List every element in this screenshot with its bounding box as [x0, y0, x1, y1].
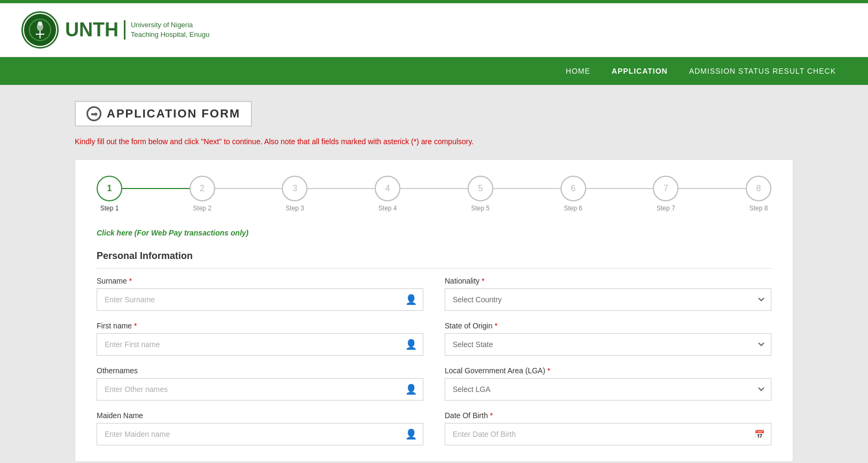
step-6-label: Step 6 — [564, 205, 582, 212]
step-7-label: Step 7 — [657, 205, 675, 212]
logo-text-area: UNTH University of Nigeria Teaching Hosp… — [65, 20, 209, 40]
logo-inner — [24, 14, 56, 46]
state-label: State of Origin * — [445, 321, 771, 330]
nav-bar: HOME APPLICATION ADMISSION STATUS RESULT… — [0, 57, 868, 85]
page-title: APPLICATION FORM — [107, 107, 240, 121]
person-icon-othernames: 👤 — [405, 383, 417, 395]
step-4-circle: 4 — [375, 176, 400, 201]
steps-row: 1 Step 1 2 Step 2 3 Step 3 4 Step 4 5 St… — [97, 176, 771, 212]
othernames-input-wrapper: 👤 — [97, 378, 423, 401]
step-3-circle: 3 — [282, 176, 307, 201]
lga-label: Local Government Area (LGA) * — [445, 366, 771, 375]
step-1-circle: 1 — [97, 176, 122, 201]
maiden-input-wrapper: 👤 — [97, 423, 423, 445]
header: UNTH University of Nigeria Teaching Hosp… — [0, 3, 868, 57]
step-8: 8 Step 8 — [746, 176, 771, 212]
arrow-right-icon: ➡ — [86, 106, 101, 121]
step-4: 4 Step 4 — [375, 176, 400, 212]
person-icon-maiden: 👤 — [405, 428, 417, 440]
step-line-5-6 — [493, 188, 561, 189]
step-line-1-2 — [122, 188, 190, 189]
othernames-label: Othernames — [97, 366, 423, 375]
instructions-text: Kindly fill out the form below and click… — [75, 137, 793, 146]
step-6-circle: 6 — [561, 176, 586, 201]
nationality-group: Nationality * Select Country — [445, 277, 771, 311]
step-1: 1 Step 1 — [97, 176, 122, 212]
step-line-2-3 — [215, 188, 282, 189]
maiden-label: Maiden Name — [97, 411, 423, 420]
step-3: 3 Step 3 — [282, 176, 307, 212]
logo-circle — [21, 11, 59, 49]
firstname-required: * — [134, 321, 137, 330]
step-line-3-4 — [307, 188, 375, 189]
firstname-input-wrapper: 👤 — [97, 333, 423, 356]
nationality-label: Nationality * — [445, 277, 771, 285]
firstname-label: First name * — [97, 321, 423, 330]
calendar-icon: 📅 — [754, 429, 765, 440]
step-3-label: Step 3 — [286, 205, 304, 212]
section-title: Personal Information — [97, 250, 771, 269]
dob-input-wrapper: 📅 — [445, 423, 771, 445]
surname-group: Surname * 👤 — [97, 277, 423, 311]
step-8-circle: 8 — [746, 176, 771, 201]
logo-area: UNTH University of Nigeria Teaching Hosp… — [21, 11, 209, 49]
nationality-select[interactable]: Select Country — [445, 288, 771, 311]
lga-group: Local Government Area (LGA) * Select LGA — [445, 366, 771, 401]
lga-select[interactable]: Select LGA — [445, 378, 771, 401]
step-1-label: Step 1 — [100, 205, 119, 212]
step-line-6-7 — [586, 188, 653, 189]
maiden-input[interactable] — [97, 423, 423, 445]
othernames-input[interactable] — [97, 378, 423, 401]
step-4-label: Step 4 — [378, 205, 397, 212]
step-2-circle: 2 — [190, 176, 215, 201]
webpay-link[interactable]: Click here (For Web Pay transactions onl… — [97, 229, 248, 237]
nav-home[interactable]: HOME — [555, 57, 601, 85]
surname-label: Surname * — [97, 277, 423, 285]
state-group: State of Origin * Select State — [445, 321, 771, 356]
step-5: 5 Step 5 — [468, 176, 493, 212]
step-2-label: Step 2 — [193, 205, 211, 212]
person-icon-surname: 👤 — [405, 294, 417, 305]
surname-required: * — [129, 277, 132, 285]
logo-subtitle: University of Nigeria Teaching Hospital,… — [131, 20, 209, 40]
step-5-label: Step 5 — [471, 205, 490, 212]
dob-label: Date Of Birth * — [445, 411, 771, 420]
step-line-4-5 — [400, 188, 468, 189]
svg-point-4 — [38, 21, 42, 26]
main-content: ➡ APPLICATION FORM Kindly fill out the f… — [0, 85, 868, 463]
step-line-7-8 — [678, 188, 746, 189]
firstname-group: First name * 👤 — [97, 321, 423, 356]
logo-unth-text: UNTH — [65, 20, 125, 40]
firstname-input[interactable] — [97, 333, 423, 356]
nav-admission[interactable]: ADMISSION STATUS RESULT CHECK — [678, 57, 847, 85]
page-title-box: ➡ APPLICATION FORM — [75, 101, 252, 127]
maiden-group: Maiden Name 👤 — [97, 411, 423, 445]
step-7: 7 Step 7 — [653, 176, 678, 212]
surname-input-wrapper: 👤 — [97, 288, 423, 311]
form-grid: Surname * 👤 Nationality * Select Country — [97, 277, 771, 445]
lga-required: * — [547, 366, 550, 375]
dob-required: * — [490, 411, 493, 420]
step-6: 6 Step 6 — [561, 176, 586, 212]
othernames-group: Othernames 👤 — [97, 366, 423, 401]
form-card: 1 Step 1 2 Step 2 3 Step 3 4 Step 4 5 St… — [75, 159, 793, 462]
step-7-circle: 7 — [653, 176, 678, 201]
step-5-circle: 5 — [468, 176, 493, 201]
dob-group: Date Of Birth * 📅 — [445, 411, 771, 445]
state-required: * — [494, 321, 497, 330]
nav-application[interactable]: APPLICATION — [601, 57, 678, 85]
step-2: 2 Step 2 — [190, 176, 215, 212]
state-select[interactable]: Select State — [445, 333, 771, 356]
person-icon-firstname: 👤 — [405, 339, 417, 350]
surname-input[interactable] — [97, 288, 423, 311]
nationality-required: * — [482, 277, 484, 285]
dob-input[interactable] — [445, 423, 771, 445]
step-8-label: Step 8 — [749, 205, 768, 212]
